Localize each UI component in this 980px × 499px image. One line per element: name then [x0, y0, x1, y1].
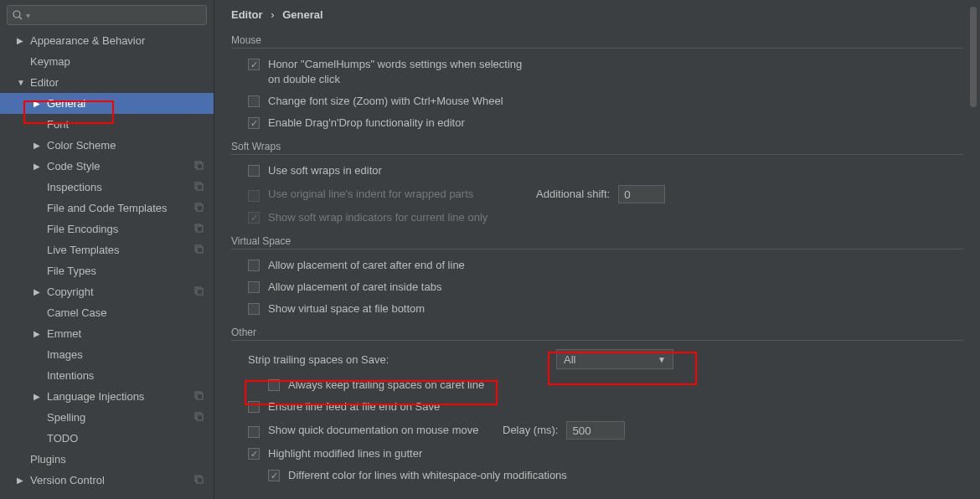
additional-shift-label: Additional shift: — [536, 187, 610, 202]
sidebar-item-keymap[interactable]: Keymap — [0, 51, 214, 72]
sidebar-item-label: Keymap — [30, 55, 214, 68]
change-font-zoom-checkbox[interactable] — [248, 95, 260, 107]
tree-arrow-icon: ▶ — [34, 141, 42, 150]
sidebar-item-label: General — [47, 97, 214, 110]
sidebar-item-inspections[interactable]: Inspections — [0, 177, 214, 198]
sidebar-item-plugins[interactable]: Plugins — [0, 449, 214, 470]
sidebar-item-general[interactable]: ▶General — [0, 93, 214, 114]
settings-sidebar: ▾ ▶Appearance & BehaviorKeymap▼Editor▶Ge… — [0, 0, 214, 499]
sidebar-item-images[interactable]: Images — [0, 344, 214, 365]
use-soft-wraps-checkbox[interactable] — [248, 165, 260, 177]
section-virtual-header: Virtual Space — [231, 235, 963, 250]
sidebar-item-label: Camel Case — [47, 306, 214, 319]
sidebar-item-file-types[interactable]: File Types — [0, 260, 214, 281]
chevron-down-icon: ▼ — [658, 355, 666, 364]
sidebar-item-label: Live Templates — [47, 244, 193, 256]
ensure-line-feed-label: Ensure line feed at file end on Save — [268, 399, 440, 414]
tree-arrow-icon: ▶ — [34, 287, 42, 296]
sidebar-item-todo[interactable]: TODO — [0, 428, 214, 449]
sidebar-item-label: Appearance & Behavior — [30, 34, 214, 47]
enable-dragndrop-label: Enable Drag'n'Drop functionality in edit… — [268, 116, 465, 131]
sidebar-item-file-and-code-templates[interactable]: File and Code Templates — [0, 198, 214, 219]
copy-scheme-icon — [193, 390, 204, 403]
tree-arrow-icon: ▶ — [34, 329, 42, 338]
additional-shift-input[interactable] — [618, 185, 665, 203]
copy-scheme-icon — [193, 202, 204, 214]
original-indent-label: Use original line's indent for wrapped p… — [268, 187, 536, 202]
copy-scheme-icon — [193, 244, 204, 256]
sidebar-item-label: File Types — [47, 265, 214, 277]
tree-arrow-icon: ▶ — [34, 99, 42, 108]
caret-after-eol-checkbox[interactable] — [248, 260, 260, 271]
whitespace-color-checkbox[interactable] — [268, 470, 280, 481]
svg-rect-5 — [197, 184, 203, 190]
sidebar-item-label: File and Code Templates — [47, 202, 193, 214]
sidebar-item-appearance-behavior[interactable]: ▶Appearance & Behavior — [0, 30, 214, 51]
caret-inside-tabs-label: Allow placement of caret inside tabs — [268, 280, 441, 295]
delay-label: Delay (ms): — [503, 423, 558, 438]
svg-rect-13 — [197, 289, 203, 295]
use-soft-wraps-label: Use soft wraps in editor — [268, 163, 382, 178]
virtual-space-bottom-label: Show virtual space at file bottom — [268, 301, 425, 316]
svg-rect-11 — [197, 247, 203, 253]
quick-doc-label: Show quick documentation on mouse move — [268, 423, 503, 438]
sidebar-item-live-templates[interactable]: Live Templates — [0, 239, 214, 260]
settings-main-panel: Editor › General Mouse Honor "CamelHumps… — [214, 0, 980, 499]
copy-scheme-icon — [193, 160, 204, 172]
sidebar-item-label: Inspections — [47, 181, 193, 193]
svg-rect-3 — [197, 163, 203, 169]
sidebar-item-spelling[interactable]: Spelling — [0, 407, 214, 428]
virtual-space-bottom-checkbox[interactable] — [248, 303, 260, 315]
sidebar-item-label: Emmet — [47, 327, 214, 340]
sidebar-item-code-style[interactable]: ▶Code Style — [0, 156, 214, 177]
svg-rect-9 — [197, 226, 203, 232]
scrollbar[interactable] — [970, 7, 977, 107]
svg-rect-7 — [197, 205, 203, 211]
keep-trailing-caret-checkbox[interactable] — [268, 379, 280, 391]
strip-trailing-dropdown[interactable]: All ▼ — [556, 349, 673, 369]
svg-rect-17 — [197, 414, 203, 420]
sidebar-item-editor[interactable]: ▼Editor — [0, 72, 214, 93]
sidebar-item-copyright[interactable]: ▶Copyright — [0, 281, 214, 302]
sidebar-item-label: Editor — [30, 76, 214, 89]
section-softwraps-header: Soft Wraps — [231, 141, 963, 155]
copy-scheme-icon — [193, 223, 204, 235]
sidebar-item-intentions[interactable]: Intentions — [0, 365, 214, 386]
tree-arrow-icon: ▶ — [17, 476, 25, 485]
sidebar-item-camel-case[interactable]: Camel Case — [0, 302, 214, 323]
svg-point-0 — [13, 11, 20, 18]
breadcrumb: Editor › General — [231, 8, 963, 21]
whitespace-color-label: Different color for lines with whitespac… — [288, 468, 567, 483]
show-softwrap-indicators-checkbox — [248, 212, 260, 224]
strip-trailing-value: All — [564, 353, 575, 366]
sidebar-item-label: File Encodings — [47, 223, 193, 235]
tree-arrow-icon: ▶ — [34, 162, 42, 171]
caret-after-eol-label: Allow placement of caret after end of li… — [268, 258, 465, 273]
sidebar-item-label: Plugins — [30, 453, 214, 466]
sidebar-item-color-scheme[interactable]: ▶Color Scheme — [0, 135, 214, 156]
honor-camelhumps-checkbox[interactable] — [248, 59, 260, 70]
ensure-line-feed-checkbox[interactable] — [248, 401, 260, 413]
enable-dragndrop-checkbox[interactable] — [248, 117, 260, 129]
copy-scheme-icon — [193, 411, 204, 424]
settings-tree: ▶Appearance & BehaviorKeymap▼Editor▶Gene… — [0, 30, 214, 491]
sidebar-item-version-control[interactable]: ▶Version Control — [0, 470, 214, 491]
quick-doc-checkbox[interactable] — [248, 426, 260, 438]
search-input[interactable]: ▾ — [7, 5, 207, 25]
sidebar-item-label: Language Injections — [47, 390, 193, 403]
sidebar-item-file-encodings[interactable]: File Encodings — [0, 219, 214, 239]
svg-rect-19 — [197, 477, 203, 483]
change-font-zoom-label: Change font size (Zoom) with Ctrl+Mouse … — [268, 94, 503, 109]
sidebar-item-font[interactable]: Font — [0, 114, 214, 135]
delay-input[interactable] — [566, 421, 625, 440]
copy-scheme-icon — [193, 286, 204, 298]
keep-trailing-caret-label: Always keep trailing spaces on caret lin… — [288, 378, 484, 393]
sidebar-item-label: Spelling — [47, 411, 193, 424]
sidebar-item-language-injections[interactable]: ▶Language Injections — [0, 386, 214, 407]
search-icon — [13, 10, 23, 20]
sidebar-item-label: Intentions — [47, 369, 214, 382]
highlight-modified-checkbox[interactable] — [248, 448, 260, 460]
caret-inside-tabs-checkbox[interactable] — [248, 281, 260, 293]
sidebar-item-emmet[interactable]: ▶Emmet — [0, 323, 214, 344]
copy-scheme-icon — [193, 474, 204, 486]
